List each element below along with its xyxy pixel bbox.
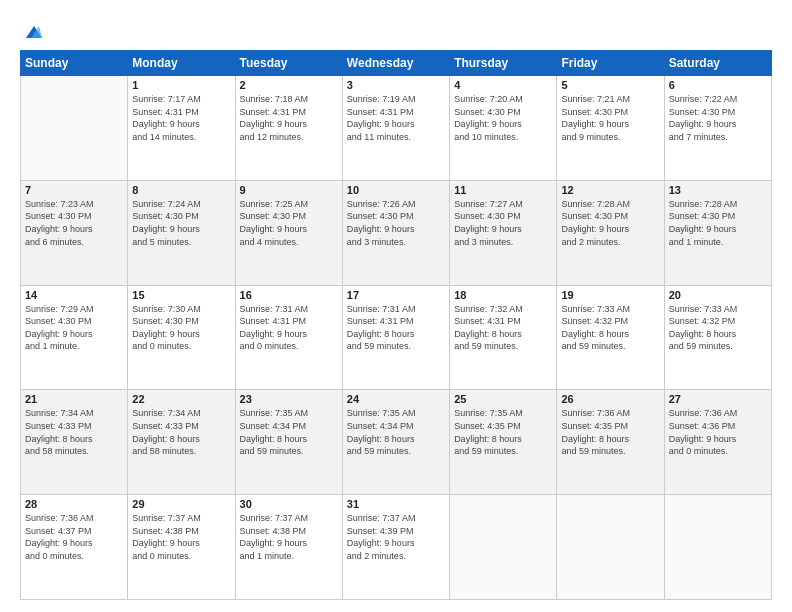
calendar-cell: 15Sunrise: 7:30 AM Sunset: 4:30 PM Dayli… <box>128 285 235 390</box>
calendar-cell: 23Sunrise: 7:35 AM Sunset: 4:34 PM Dayli… <box>235 390 342 495</box>
day-number: 2 <box>240 79 338 91</box>
day-info: Sunrise: 7:30 AM Sunset: 4:30 PM Dayligh… <box>132 303 230 353</box>
calendar-cell: 1Sunrise: 7:17 AM Sunset: 4:31 PM Daylig… <box>128 76 235 181</box>
page: SundayMondayTuesdayWednesdayThursdayFrid… <box>0 0 792 612</box>
calendar-cell: 4Sunrise: 7:20 AM Sunset: 4:30 PM Daylig… <box>450 76 557 181</box>
calendar-cell: 27Sunrise: 7:36 AM Sunset: 4:36 PM Dayli… <box>664 390 771 495</box>
calendar-cell: 18Sunrise: 7:32 AM Sunset: 4:31 PM Dayli… <box>450 285 557 390</box>
day-info: Sunrise: 7:28 AM Sunset: 4:30 PM Dayligh… <box>561 198 659 248</box>
day-number: 13 <box>669 184 767 196</box>
calendar-cell: 13Sunrise: 7:28 AM Sunset: 4:30 PM Dayli… <box>664 180 771 285</box>
day-number: 19 <box>561 289 659 301</box>
calendar-cell: 30Sunrise: 7:37 AM Sunset: 4:38 PM Dayli… <box>235 495 342 600</box>
day-info: Sunrise: 7:37 AM Sunset: 4:38 PM Dayligh… <box>240 512 338 562</box>
day-number: 31 <box>347 498 445 510</box>
weekday-header-sunday: Sunday <box>21 51 128 76</box>
calendar-cell: 29Sunrise: 7:37 AM Sunset: 4:38 PM Dayli… <box>128 495 235 600</box>
day-info: Sunrise: 7:33 AM Sunset: 4:32 PM Dayligh… <box>669 303 767 353</box>
calendar-cell: 2Sunrise: 7:18 AM Sunset: 4:31 PM Daylig… <box>235 76 342 181</box>
day-number: 25 <box>454 393 552 405</box>
day-info: Sunrise: 7:36 AM Sunset: 4:36 PM Dayligh… <box>669 407 767 457</box>
day-info: Sunrise: 7:17 AM Sunset: 4:31 PM Dayligh… <box>132 93 230 143</box>
day-number: 14 <box>25 289 123 301</box>
day-number: 27 <box>669 393 767 405</box>
calendar-cell <box>557 495 664 600</box>
calendar-cell: 25Sunrise: 7:35 AM Sunset: 4:35 PM Dayli… <box>450 390 557 495</box>
calendar-table: SundayMondayTuesdayWednesdayThursdayFrid… <box>20 50 772 600</box>
weekday-header-monday: Monday <box>128 51 235 76</box>
week-row-1: 7Sunrise: 7:23 AM Sunset: 4:30 PM Daylig… <box>21 180 772 285</box>
day-info: Sunrise: 7:34 AM Sunset: 4:33 PM Dayligh… <box>132 407 230 457</box>
calendar-cell: 19Sunrise: 7:33 AM Sunset: 4:32 PM Dayli… <box>557 285 664 390</box>
calendar-cell: 22Sunrise: 7:34 AM Sunset: 4:33 PM Dayli… <box>128 390 235 495</box>
calendar-cell <box>664 495 771 600</box>
calendar-cell: 12Sunrise: 7:28 AM Sunset: 4:30 PM Dayli… <box>557 180 664 285</box>
day-info: Sunrise: 7:21 AM Sunset: 4:30 PM Dayligh… <box>561 93 659 143</box>
day-info: Sunrise: 7:31 AM Sunset: 4:31 PM Dayligh… <box>240 303 338 353</box>
week-row-4: 28Sunrise: 7:36 AM Sunset: 4:37 PM Dayli… <box>21 495 772 600</box>
day-number: 29 <box>132 498 230 510</box>
calendar-cell: 9Sunrise: 7:25 AM Sunset: 4:30 PM Daylig… <box>235 180 342 285</box>
day-number: 16 <box>240 289 338 301</box>
calendar-cell: 10Sunrise: 7:26 AM Sunset: 4:30 PM Dayli… <box>342 180 449 285</box>
day-info: Sunrise: 7:23 AM Sunset: 4:30 PM Dayligh… <box>25 198 123 248</box>
calendar-cell: 3Sunrise: 7:19 AM Sunset: 4:31 PM Daylig… <box>342 76 449 181</box>
day-number: 22 <box>132 393 230 405</box>
day-number: 15 <box>132 289 230 301</box>
day-info: Sunrise: 7:26 AM Sunset: 4:30 PM Dayligh… <box>347 198 445 248</box>
calendar-cell: 21Sunrise: 7:34 AM Sunset: 4:33 PM Dayli… <box>21 390 128 495</box>
calendar-cell: 8Sunrise: 7:24 AM Sunset: 4:30 PM Daylig… <box>128 180 235 285</box>
day-info: Sunrise: 7:37 AM Sunset: 4:39 PM Dayligh… <box>347 512 445 562</box>
day-number: 26 <box>561 393 659 405</box>
day-info: Sunrise: 7:36 AM Sunset: 4:37 PM Dayligh… <box>25 512 123 562</box>
weekday-header-saturday: Saturday <box>664 51 771 76</box>
day-info: Sunrise: 7:28 AM Sunset: 4:30 PM Dayligh… <box>669 198 767 248</box>
day-number: 4 <box>454 79 552 91</box>
calendar-cell: 14Sunrise: 7:29 AM Sunset: 4:30 PM Dayli… <box>21 285 128 390</box>
day-number: 30 <box>240 498 338 510</box>
weekday-header-row: SundayMondayTuesdayWednesdayThursdayFrid… <box>21 51 772 76</box>
day-number: 7 <box>25 184 123 196</box>
day-info: Sunrise: 7:32 AM Sunset: 4:31 PM Dayligh… <box>454 303 552 353</box>
day-info: Sunrise: 7:19 AM Sunset: 4:31 PM Dayligh… <box>347 93 445 143</box>
header <box>20 16 772 42</box>
day-number: 1 <box>132 79 230 91</box>
day-info: Sunrise: 7:29 AM Sunset: 4:30 PM Dayligh… <box>25 303 123 353</box>
weekday-header-tuesday: Tuesday <box>235 51 342 76</box>
week-row-2: 14Sunrise: 7:29 AM Sunset: 4:30 PM Dayli… <box>21 285 772 390</box>
logo <box>20 20 44 42</box>
calendar-cell: 31Sunrise: 7:37 AM Sunset: 4:39 PM Dayli… <box>342 495 449 600</box>
day-number: 24 <box>347 393 445 405</box>
day-info: Sunrise: 7:18 AM Sunset: 4:31 PM Dayligh… <box>240 93 338 143</box>
day-number: 12 <box>561 184 659 196</box>
calendar-cell: 6Sunrise: 7:22 AM Sunset: 4:30 PM Daylig… <box>664 76 771 181</box>
calendar-cell: 7Sunrise: 7:23 AM Sunset: 4:30 PM Daylig… <box>21 180 128 285</box>
calendar-cell: 17Sunrise: 7:31 AM Sunset: 4:31 PM Dayli… <box>342 285 449 390</box>
calendar-cell: 24Sunrise: 7:35 AM Sunset: 4:34 PM Dayli… <box>342 390 449 495</box>
day-info: Sunrise: 7:33 AM Sunset: 4:32 PM Dayligh… <box>561 303 659 353</box>
day-number: 20 <box>669 289 767 301</box>
weekday-header-friday: Friday <box>557 51 664 76</box>
day-number: 5 <box>561 79 659 91</box>
day-info: Sunrise: 7:22 AM Sunset: 4:30 PM Dayligh… <box>669 93 767 143</box>
day-info: Sunrise: 7:20 AM Sunset: 4:30 PM Dayligh… <box>454 93 552 143</box>
day-info: Sunrise: 7:34 AM Sunset: 4:33 PM Dayligh… <box>25 407 123 457</box>
day-number: 10 <box>347 184 445 196</box>
day-number: 17 <box>347 289 445 301</box>
day-number: 28 <box>25 498 123 510</box>
calendar-cell: 5Sunrise: 7:21 AM Sunset: 4:30 PM Daylig… <box>557 76 664 181</box>
day-number: 6 <box>669 79 767 91</box>
day-number: 18 <box>454 289 552 301</box>
day-number: 3 <box>347 79 445 91</box>
day-number: 11 <box>454 184 552 196</box>
day-number: 21 <box>25 393 123 405</box>
day-number: 23 <box>240 393 338 405</box>
weekday-header-thursday: Thursday <box>450 51 557 76</box>
day-info: Sunrise: 7:27 AM Sunset: 4:30 PM Dayligh… <box>454 198 552 248</box>
calendar-cell <box>21 76 128 181</box>
calendar-cell: 20Sunrise: 7:33 AM Sunset: 4:32 PM Dayli… <box>664 285 771 390</box>
day-info: Sunrise: 7:35 AM Sunset: 4:35 PM Dayligh… <box>454 407 552 457</box>
logo-icon <box>22 20 44 42</box>
day-number: 8 <box>132 184 230 196</box>
calendar-cell <box>450 495 557 600</box>
